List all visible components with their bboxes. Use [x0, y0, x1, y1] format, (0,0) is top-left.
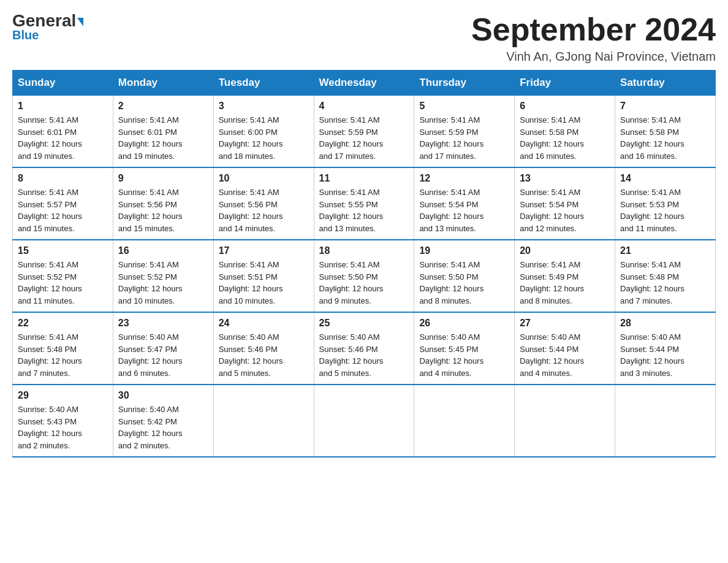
calendar-cell: 26 Sunrise: 5:40 AM Sunset: 5:45 PM Dayl… [414, 312, 515, 385]
day-info: Sunrise: 5:41 AM Sunset: 6:00 PM Dayligh… [219, 114, 309, 162]
calendar-cell: 18 Sunrise: 5:41 AM Sunset: 5:50 PM Dayl… [314, 240, 414, 312]
day-info: Sunrise: 5:40 AM Sunset: 5:47 PM Dayligh… [118, 331, 208, 379]
logo-text: General [12, 12, 83, 29]
day-info: Sunrise: 5:41 AM Sunset: 6:01 PM Dayligh… [18, 114, 108, 162]
calendar-cell: 17 Sunrise: 5:41 AM Sunset: 5:51 PM Dayl… [213, 240, 314, 312]
calendar-cell: 14 Sunrise: 5:41 AM Sunset: 5:53 PM Dayl… [615, 167, 716, 240]
day-number: 11 [319, 173, 409, 184]
day-info: Sunrise: 5:40 AM Sunset: 5:42 PM Dayligh… [118, 404, 208, 451]
calendar-week-row: 1 Sunrise: 5:41 AM Sunset: 6:01 PM Dayli… [13, 96, 716, 168]
calendar-cell: 30 Sunrise: 5:40 AM Sunset: 5:42 PM Dayl… [113, 385, 213, 457]
logo: General Blue [12, 12, 83, 42]
calendar-cell: 21 Sunrise: 5:41 AM Sunset: 5:48 PM Dayl… [615, 240, 716, 312]
day-info: Sunrise: 5:41 AM Sunset: 5:59 PM Dayligh… [319, 114, 409, 162]
day-info: Sunrise: 5:41 AM Sunset: 5:55 PM Dayligh… [319, 186, 409, 234]
day-number: 15 [18, 245, 108, 256]
day-number: 12 [419, 173, 509, 184]
day-number: 6 [520, 101, 610, 112]
day-number: 19 [419, 245, 509, 256]
day-number: 30 [118, 390, 208, 401]
calendar-cell: 20 Sunrise: 5:41 AM Sunset: 5:49 PM Dayl… [515, 240, 615, 312]
day-info: Sunrise: 5:41 AM Sunset: 5:50 PM Dayligh… [319, 259, 409, 307]
calendar-cell: 3 Sunrise: 5:41 AM Sunset: 6:00 PM Dayli… [213, 96, 314, 168]
calendar-cell: 1 Sunrise: 5:41 AM Sunset: 6:01 PM Dayli… [13, 96, 113, 168]
logo-triangle-icon [77, 18, 83, 26]
calendar-cell: 12 Sunrise: 5:41 AM Sunset: 5:54 PM Dayl… [414, 167, 515, 240]
day-info: Sunrise: 5:41 AM Sunset: 5:54 PM Dayligh… [520, 186, 610, 234]
day-info: Sunrise: 5:41 AM Sunset: 5:58 PM Dayligh… [520, 114, 610, 162]
day-number: 28 [620, 318, 710, 329]
day-number: 29 [18, 390, 108, 401]
calendar-cell: 6 Sunrise: 5:41 AM Sunset: 5:58 PM Dayli… [515, 96, 615, 168]
weekday-header-tuesday: Tuesday [213, 71, 314, 96]
day-info: Sunrise: 5:41 AM Sunset: 5:58 PM Dayligh… [620, 114, 710, 162]
day-number: 3 [219, 101, 309, 112]
calendar-table: SundayMondayTuesdayWednesdayThursdayFrid… [12, 70, 716, 458]
day-number: 4 [319, 101, 409, 112]
calendar-cell [213, 385, 314, 457]
calendar-cell [515, 385, 615, 457]
day-info: Sunrise: 5:41 AM Sunset: 5:52 PM Dayligh… [118, 259, 208, 307]
day-number: 9 [118, 173, 208, 184]
weekday-header-saturday: Saturday [615, 71, 716, 96]
day-number: 2 [118, 101, 208, 112]
calendar-week-row: 15 Sunrise: 5:41 AM Sunset: 5:52 PM Dayl… [13, 240, 716, 312]
day-number: 13 [520, 173, 610, 184]
day-number: 25 [319, 318, 409, 329]
calendar-cell: 22 Sunrise: 5:41 AM Sunset: 5:48 PM Dayl… [13, 312, 113, 385]
day-info: Sunrise: 5:41 AM Sunset: 5:48 PM Dayligh… [18, 331, 108, 379]
calendar-cell: 28 Sunrise: 5:40 AM Sunset: 5:44 PM Dayl… [615, 312, 716, 385]
weekday-header-wednesday: Wednesday [314, 71, 414, 96]
weekday-header-sunday: Sunday [13, 71, 113, 96]
day-number: 22 [18, 318, 108, 329]
day-number: 21 [620, 245, 710, 256]
calendar-week-row: 29 Sunrise: 5:40 AM Sunset: 5:43 PM Dayl… [13, 385, 716, 457]
calendar-cell: 23 Sunrise: 5:40 AM Sunset: 5:47 PM Dayl… [113, 312, 213, 385]
calendar-cell: 7 Sunrise: 5:41 AM Sunset: 5:58 PM Dayli… [615, 96, 716, 168]
calendar-cell [314, 385, 414, 457]
calendar-cell: 4 Sunrise: 5:41 AM Sunset: 5:59 PM Dayli… [314, 96, 414, 168]
day-info: Sunrise: 5:41 AM Sunset: 5:52 PM Dayligh… [18, 259, 108, 307]
logo-sub: Blue [12, 28, 39, 42]
calendar-cell: 27 Sunrise: 5:40 AM Sunset: 5:44 PM Dayl… [515, 312, 615, 385]
day-info: Sunrise: 5:41 AM Sunset: 5:48 PM Dayligh… [620, 259, 710, 307]
calendar-cell [615, 385, 716, 457]
calendar-cell: 9 Sunrise: 5:41 AM Sunset: 5:56 PM Dayli… [113, 167, 213, 240]
weekday-header-row: SundayMondayTuesdayWednesdayThursdayFrid… [13, 71, 716, 96]
weekday-header-monday: Monday [113, 71, 213, 96]
day-info: Sunrise: 5:40 AM Sunset: 5:43 PM Dayligh… [18, 404, 108, 451]
day-number: 18 [319, 245, 409, 256]
calendar-cell: 15 Sunrise: 5:41 AM Sunset: 5:52 PM Dayl… [13, 240, 113, 312]
calendar-cell [414, 385, 515, 457]
calendar-cell: 11 Sunrise: 5:41 AM Sunset: 5:55 PM Dayl… [314, 167, 414, 240]
day-info: Sunrise: 5:41 AM Sunset: 5:57 PM Dayligh… [18, 186, 108, 234]
day-number: 27 [520, 318, 610, 329]
calendar-cell: 16 Sunrise: 5:41 AM Sunset: 5:52 PM Dayl… [113, 240, 213, 312]
day-number: 8 [18, 173, 108, 184]
title-block: September 2024 Vinh An, GJong Nai Provin… [471, 12, 716, 64]
day-info: Sunrise: 5:41 AM Sunset: 6:01 PM Dayligh… [118, 114, 208, 162]
page-header: General Blue September 2024 Vinh An, GJo… [12, 12, 716, 64]
day-number: 1 [18, 101, 108, 112]
calendar-cell: 8 Sunrise: 5:41 AM Sunset: 5:57 PM Dayli… [13, 167, 113, 240]
day-info: Sunrise: 5:40 AM Sunset: 5:45 PM Dayligh… [419, 331, 509, 379]
location-subtitle: Vinh An, GJong Nai Province, Vietnam [471, 50, 716, 64]
day-info: Sunrise: 5:40 AM Sunset: 5:46 PM Dayligh… [319, 331, 409, 379]
day-number: 20 [520, 245, 610, 256]
calendar-cell: 24 Sunrise: 5:40 AM Sunset: 5:46 PM Dayl… [213, 312, 314, 385]
day-number: 5 [419, 101, 509, 112]
day-info: Sunrise: 5:41 AM Sunset: 5:56 PM Dayligh… [118, 186, 208, 234]
day-info: Sunrise: 5:41 AM Sunset: 5:49 PM Dayligh… [520, 259, 610, 307]
day-number: 16 [118, 245, 208, 256]
day-number: 7 [620, 101, 710, 112]
day-info: Sunrise: 5:41 AM Sunset: 5:51 PM Dayligh… [219, 259, 309, 307]
day-number: 10 [219, 173, 309, 184]
weekday-header-thursday: Thursday [414, 71, 515, 96]
day-number: 26 [419, 318, 509, 329]
weekday-header-friday: Friday [515, 71, 615, 96]
calendar-cell: 19 Sunrise: 5:41 AM Sunset: 5:50 PM Dayl… [414, 240, 515, 312]
day-number: 14 [620, 173, 710, 184]
calendar-week-row: 8 Sunrise: 5:41 AM Sunset: 5:57 PM Dayli… [13, 167, 716, 240]
calendar-week-row: 22 Sunrise: 5:41 AM Sunset: 5:48 PM Dayl… [13, 312, 716, 385]
day-info: Sunrise: 5:41 AM Sunset: 5:50 PM Dayligh… [419, 259, 509, 307]
